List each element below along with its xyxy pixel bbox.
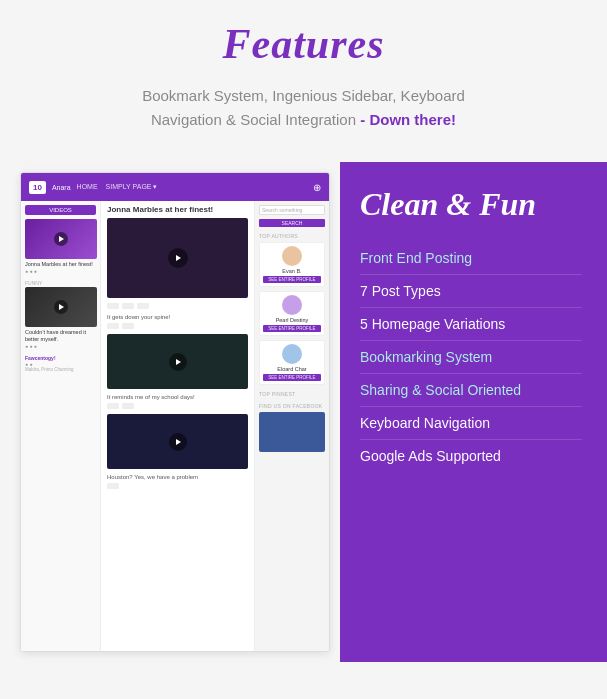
feature-item-3[interactable]: Bookmarking System: [360, 341, 582, 374]
mockup-logo: 10: [29, 181, 46, 194]
mockup-sidebar: VIDEOS Jonna Marbles at her finest! ● ● …: [21, 201, 101, 651]
avatar-3: [282, 344, 302, 364]
content-desc-3: Houston? Yes, we have a problem: [107, 474, 248, 480]
play-btn-main-3: [169, 433, 187, 451]
action-2: [122, 303, 134, 309]
feature-label-3: Bookmarking System: [360, 349, 492, 365]
content-title-1: Jonna Marbles at her finest!: [107, 205, 248, 214]
profile-card-2: Pearl Destiny SEE ENTIRE PROFILE: [259, 291, 325, 336]
feature-label-2: 5 Homepage Variations: [360, 316, 505, 332]
feature-label-5: Keyboard Navigation: [360, 415, 490, 431]
action-5: [122, 323, 134, 329]
search-button-mockup: SEARCH: [259, 219, 325, 227]
profile-card-3: Eloard Char SEE ENTIRE PROFILE: [259, 340, 325, 385]
share-icon: ⊕: [313, 182, 321, 193]
feature-item-1[interactable]: 7 Post Types: [360, 275, 582, 308]
sidebar-tab-label: VIDEOS: [25, 205, 96, 215]
top-section: Features Bookmark System, Ingenious Side…: [0, 0, 607, 162]
screenshot-mockup: 10 Anara HOME SIMPLY PAGE ▾ ⊕ VIDEOS: [20, 172, 330, 652]
profile-card-1: Evan B. SEE ENTIRE PROFILE: [259, 242, 325, 287]
feature-label-6: Google Ads Supported: [360, 448, 501, 464]
profile-name-1: Evan B.: [263, 268, 321, 274]
content-video-3: [107, 414, 248, 469]
feature-item-6[interactable]: Google Ads Supported: [360, 440, 582, 472]
action-4: [107, 323, 119, 329]
content-video-1: [107, 218, 248, 298]
profile-name-3: Eloard Char: [263, 366, 321, 372]
content-actions-1: [107, 303, 248, 309]
mockup-body: VIDEOS Jonna Marbles at her finest! ● ● …: [21, 201, 329, 651]
content-actions-3: [107, 403, 248, 409]
avatar-2: [282, 295, 302, 315]
mockup-right-panel: Search something SEARCH TOP AUTHORS Evan…: [254, 201, 329, 651]
page-title: Features: [40, 20, 567, 68]
sidebar-thumb-1: [25, 219, 97, 259]
feature-item-0[interactable]: Front End Posting: [360, 242, 582, 275]
mockup-main-content: Jonna Marbles at her finest! It gets dow…: [101, 201, 254, 651]
avatar-1: [282, 246, 302, 266]
action-8: [107, 483, 119, 489]
play-btn-2: [54, 300, 68, 314]
feature-label-0: Front End Posting: [360, 250, 472, 266]
content-video-2: [107, 334, 248, 389]
sidebar-meta-2: ● ● ●: [25, 343, 96, 349]
play-btn-main-1: [168, 248, 188, 268]
profile-btn-2: SEE ENTIRE PROFILE: [263, 325, 321, 332]
top-authors-label: TOP AUTHORS: [259, 233, 325, 239]
sidebar-thumb-2: [25, 287, 97, 327]
sidebar-meta-1: ● ● ●: [25, 268, 96, 274]
play-btn-main-2: [169, 353, 187, 371]
feature-label-4: Sharing & Social Oriented: [360, 382, 521, 398]
subtitle-text-2: Navigation & Social Integration: [151, 111, 356, 128]
mockup-site-name: Anara: [52, 184, 71, 191]
page-wrapper: Features Bookmark System, Ingenious Side…: [0, 0, 607, 662]
middle-section: 10 Anara HOME SIMPLY PAGE ▾ ⊕ VIDEOS: [0, 162, 607, 662]
top-pinnest-label: TOP PINNEST: [259, 391, 325, 397]
feature-label-1: 7 Post Types: [360, 283, 441, 299]
sidebar-item-2: FUNNY Couldn't have dreamed it better my…: [25, 280, 96, 349]
action-3: [137, 303, 149, 309]
play-btn-1: [54, 232, 68, 246]
sidebar-item-1: Jonna Marbles at her finest! ● ● ●: [25, 219, 96, 274]
fb-label: FIND US ON FACEBOOK: [259, 403, 325, 409]
profile-name-2: Pearl Destiny: [263, 317, 321, 323]
screenshot-area: 10 Anara HOME SIMPLY PAGE ▾ ⊕ VIDEOS: [0, 162, 340, 662]
fb-block: [259, 412, 325, 452]
features-heading: Clean & Fun: [360, 187, 582, 222]
nav-home: HOME: [77, 183, 98, 191]
nav-page: SIMPLY PAGE ▾: [106, 183, 158, 191]
sidebar-label-2: FUNNY: [25, 280, 96, 287]
content-actions-4: [107, 483, 248, 489]
sidebar-title-1: Jonna Marbles at her finest!: [25, 261, 96, 268]
profile-btn-3: SEE ENTIRE PROFILE: [263, 374, 321, 381]
feature-item-4[interactable]: Sharing & Social Oriented: [360, 374, 582, 407]
action-6: [107, 403, 119, 409]
content-actions-2: [107, 323, 248, 329]
search-box: Search something: [259, 205, 325, 215]
logo-number: 10: [33, 183, 42, 192]
features-section: Clean & Fun Front End Posting 7 Post Typ…: [340, 162, 607, 662]
sidebar-title-2: Couldn't have dreamed it better myself.: [25, 329, 96, 343]
content-desc-1: It gets down your spine!: [107, 314, 248, 320]
content-desc-2: It reminds me of my school days!: [107, 394, 248, 400]
action-7: [122, 403, 134, 409]
subtitle: Bookmark System, Ingenious Sidebar, Keyb…: [40, 84, 567, 132]
feature-item-5[interactable]: Keyboard Navigation: [360, 407, 582, 440]
subtitle-link[interactable]: - Down there!: [360, 111, 456, 128]
mockup-nav: HOME SIMPLY PAGE ▾: [77, 183, 307, 191]
feature-item-2[interactable]: 5 Homepage Variations: [360, 308, 582, 341]
action-1: [107, 303, 119, 309]
subtitle-text-1: Bookmark System, Ingenious Sidebar, Keyb…: [142, 87, 465, 104]
mockup-header: 10 Anara HOME SIMPLY PAGE ▾ ⊕: [21, 173, 329, 201]
sidebar-item-3: Fawcentogy! ● ● Maldra, Primo Channing: [25, 355, 96, 373]
profile-btn-1: SEE ENTIRE PROFILE: [263, 276, 321, 283]
sidebar-loc-3: Maldra, Primo Channing: [25, 367, 96, 373]
